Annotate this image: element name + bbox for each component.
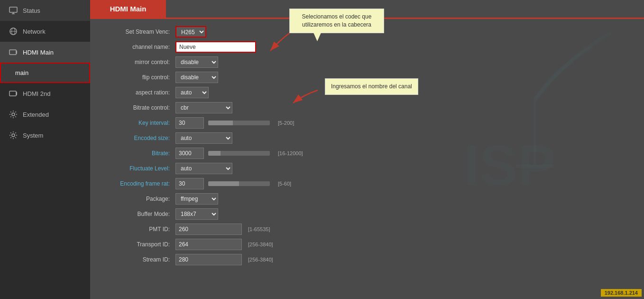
fluctuate-select[interactable]: auto low medium high bbox=[175, 163, 232, 174]
sidebar-item-extended[interactable]: Extended bbox=[0, 104, 90, 125]
channel-name-label: channel name: bbox=[100, 44, 175, 50]
stream-id-label: Stream ID: bbox=[100, 256, 175, 263]
stream-id-input[interactable] bbox=[175, 254, 242, 265]
transport-id-container: [256-3840] bbox=[175, 239, 273, 250]
key-interval-label: Key interval: bbox=[100, 120, 175, 126]
sidebar-item-main[interactable]: main bbox=[0, 63, 90, 83]
sidebar-item-status-label: Status bbox=[23, 7, 40, 14]
encoded-size-label: Encoded size: bbox=[100, 135, 175, 141]
sidebar-item-hdmi-2nd[interactable]: HDMI 2nd bbox=[0, 83, 90, 104]
form-row-bitrate-control: Bitrate control: cbr vbr bbox=[100, 102, 635, 113]
key-interval-range: [5-200] bbox=[278, 120, 294, 126]
package-label: Package: bbox=[100, 196, 175, 202]
transport-id-input[interactable] bbox=[175, 239, 242, 250]
bitrate-range: [16-12000] bbox=[278, 150, 303, 156]
key-interval-input[interactable] bbox=[175, 117, 204, 129]
form-row-stream-id: Stream ID: [256-3840] bbox=[100, 254, 635, 265]
arrow1 bbox=[266, 31, 294, 56]
form-row-frame-rate: Encoding frame rat: [5-60] bbox=[100, 178, 635, 189]
camera2-icon bbox=[9, 89, 18, 98]
flip-select[interactable]: disable enable bbox=[175, 72, 218, 83]
svg-rect-8 bbox=[9, 91, 16, 96]
bitrate-control-label: Bitrate control: bbox=[100, 104, 175, 111]
key-interval-slider[interactable] bbox=[208, 121, 270, 125]
form-row-encoded-size: Encoded size: auto 1920x1080 1280x720 bbox=[100, 132, 635, 144]
bitrate-control-select[interactable]: cbr vbr bbox=[175, 102, 232, 113]
bitrate-label: Bitrate: bbox=[100, 150, 175, 157]
sidebar-item-network[interactable]: Network bbox=[0, 21, 90, 42]
key-interval-container: [5-200] bbox=[175, 117, 294, 129]
sidebar-item-status[interactable]: Status bbox=[0, 0, 90, 21]
sidebar-item-hdmi-main[interactable]: HDMI Main bbox=[0, 42, 90, 63]
frame-rate-range: [5-60] bbox=[278, 181, 291, 187]
tooltip-codec: Selecionamos el codec que utilizaremos e… bbox=[289, 9, 384, 33]
sidebar-item-system[interactable]: System bbox=[0, 125, 90, 146]
bitrate-container: [16-12000] bbox=[175, 148, 303, 159]
form-row-key-interval: Key interval: [5-200] bbox=[100, 117, 635, 129]
sidebar-item-hdmi-main-label: HDMI Main bbox=[23, 49, 54, 56]
tooltip-channel: Ingresamos el nombre del canal bbox=[325, 78, 418, 95]
form-row-buffer-mode: Buffer Mode: 188x7 188x14 bbox=[100, 208, 635, 220]
ip-badge: 192.168.1.214 bbox=[601, 289, 642, 297]
form-row-pmt-id: PMT ID: [1-65535] bbox=[100, 224, 635, 235]
form-row-bitrate: Bitrate: [16-12000] bbox=[100, 148, 635, 159]
form-area: Set Stream Venc: H265 H264 channel name:… bbox=[90, 19, 644, 299]
gear-icon bbox=[9, 110, 18, 119]
aspect-select[interactable]: auto 4:3 16:9 bbox=[175, 87, 209, 98]
sidebar-item-network-label: Network bbox=[23, 28, 46, 35]
channel-name-input[interactable] bbox=[175, 41, 256, 53]
arrow2 bbox=[289, 88, 322, 108]
bitrate-input[interactable] bbox=[175, 148, 204, 159]
bitrate-slider[interactable] bbox=[208, 151, 270, 156]
pmt-id-input[interactable] bbox=[175, 224, 242, 235]
pmt-id-range: [1-65535] bbox=[248, 226, 270, 232]
main-content: ISP Selecionamos el codec que utilizarem… bbox=[90, 0, 644, 299]
form-row-channel-name: channel name: bbox=[100, 41, 635, 53]
sidebar-item-extended-label: Extended bbox=[23, 111, 49, 118]
buffer-mode-select[interactable]: 188x7 188x14 bbox=[175, 208, 218, 220]
sidebar: Status Network HDMI Main main bbox=[0, 0, 90, 299]
encoded-size-select[interactable]: auto 1920x1080 1280x720 bbox=[175, 132, 232, 144]
flip-label: flip control: bbox=[100, 74, 175, 81]
svg-point-10 bbox=[12, 113, 15, 116]
mirror-label: mirror control: bbox=[100, 59, 175, 65]
sidebar-item-system-label: System bbox=[23, 132, 43, 139]
fluctuate-label: Fluctuate Level: bbox=[100, 165, 175, 172]
sidebar-item-main-label: main bbox=[15, 69, 28, 76]
svg-rect-6 bbox=[9, 50, 16, 55]
form-row-mirror: mirror control: disable enable bbox=[100, 56, 635, 68]
frame-rate-container: [5-60] bbox=[175, 178, 291, 189]
stream-id-range: [256-3840] bbox=[248, 257, 273, 262]
stream-venc-label: Set Stream Venc: bbox=[100, 28, 175, 35]
transport-id-range: [256-3840] bbox=[248, 242, 273, 247]
globe-icon bbox=[9, 27, 18, 36]
camera-icon bbox=[9, 47, 18, 57]
svg-point-11 bbox=[12, 134, 15, 137]
aspect-label: aspect ration: bbox=[100, 89, 175, 96]
gear2-icon bbox=[9, 131, 18, 140]
form-row-package: Package: ffmpeg ts bbox=[100, 193, 635, 205]
stream-venc-select[interactable]: H265 H264 bbox=[175, 26, 206, 37]
mirror-select[interactable]: disable enable bbox=[175, 56, 218, 68]
pmt-id-container: [1-65535] bbox=[175, 224, 270, 235]
stream-id-container: [256-3840] bbox=[175, 254, 273, 265]
monitor-icon bbox=[9, 6, 18, 15]
frame-rate-slider[interactable] bbox=[208, 181, 270, 186]
form-row-fluctuate: Fluctuate Level: auto low medium high bbox=[100, 163, 635, 174]
package-select[interactable]: ffmpeg ts bbox=[175, 193, 218, 205]
hdmi-main-tab[interactable]: HDMI Main bbox=[90, 0, 166, 18]
transport-id-label: Transport ID: bbox=[100, 241, 175, 248]
buffer-mode-label: Buffer Mode: bbox=[100, 211, 175, 217]
frame-rate-input[interactable] bbox=[175, 178, 204, 189]
form-row-transport-id: Transport ID: [256-3840] bbox=[100, 239, 635, 250]
sidebar-item-hdmi-2nd-label: HDMI 2nd bbox=[23, 90, 51, 97]
svg-rect-0 bbox=[9, 7, 17, 12]
pmt-id-label: PMT ID: bbox=[100, 226, 175, 233]
frame-rate-label: Encoding frame rat: bbox=[100, 180, 175, 187]
